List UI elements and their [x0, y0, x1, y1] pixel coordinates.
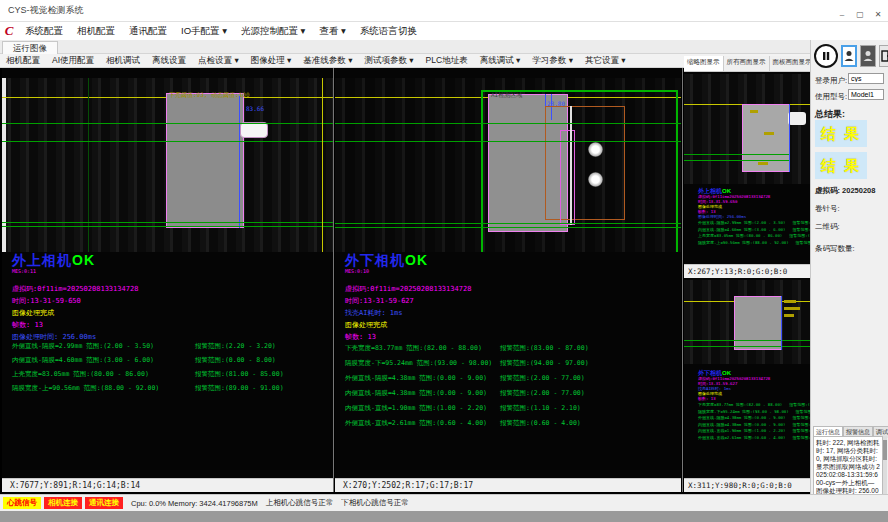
tool-plc-address[interactable]: PLC地址表: [420, 55, 474, 67]
menu-camera-config[interactable]: 相机配置: [70, 22, 122, 40]
measure-text: 外侧直线-隔膜=4.38mm 范围:(0.00 - 9.00): [698, 416, 785, 421]
process-time-text: 图像处理时间: 256.00ms: [12, 332, 96, 342]
model-input[interactable]: [848, 89, 884, 100]
alarm-range: 报警范围:(94.00 - 97.00): [500, 359, 589, 368]
measure-value-label: 83.66: [246, 105, 264, 112]
bottom-strip: [0, 511, 888, 522]
tab-run-image[interactable]: 运行图像: [2, 41, 58, 54]
small-view-1-coords: X:267;Y:13;R:0;G:0;B:0: [684, 264, 810, 278]
tab-panel-views[interactable]: 面板画面显示: [770, 56, 816, 71]
threshold-overlay-label: 下壳阈值:93, 动态阈值:100: [169, 91, 250, 100]
tool-learn-params[interactable]: 学习参数 ▾: [526, 55, 579, 67]
measure-text: 下壳宽度=83.77mm 范围:(82.00 - 88.00): [345, 344, 482, 352]
tool-camera-debug[interactable]: 相机调试: [100, 55, 146, 67]
tiny-label-mark: [750, 110, 758, 113]
menu-view[interactable]: 查看 ▾: [312, 22, 352, 40]
maximize-button[interactable]: ▢: [852, 8, 868, 21]
frame-count-text: 帧数: 13: [12, 320, 43, 330]
tool-spotcheck-settings[interactable]: 点检设置 ▾: [192, 55, 245, 67]
user-icon: [844, 50, 854, 62]
menu-light-config[interactable]: 光源控制配置 ▾: [234, 22, 312, 40]
tab-all-views[interactable]: 所有画面显示: [724, 56, 770, 71]
user-mode-button[interactable]: [841, 45, 857, 67]
camera-connect-badge: 相机连接: [44, 497, 82, 509]
small-view-2-coords: X:311;Y:980;R:0;G:0;B:0: [684, 478, 810, 492]
small-view-1-text: 外上相机OK 虚拟码:0f11im=20250208133134728 时间:1…: [698, 188, 823, 246]
tool-offline-debug[interactable]: 离线调试 ▾: [474, 55, 527, 67]
overlay-green-line: [335, 141, 681, 142]
measure-text: 外侧直线-直线=2.61mm 范围:(0.60 - 4.00): [345, 419, 487, 427]
measure-text: 下壳宽度=83.77mm 范围:(82.00 - 88.00): [698, 403, 782, 408]
view-divider: [682, 68, 683, 492]
measure-text: 隔膜宽度-下=95.24mm 范围:(93.00 - 98.00): [345, 359, 492, 367]
connector-object: [788, 112, 806, 125]
log-scrollbar[interactable]: [883, 436, 887, 498]
measure-text: 外侧直线-直线=2.61mm 范围:(0.60 - 4.00): [698, 435, 785, 440]
alarm-range: 报警范围:(1.10 - 2.10): [500, 404, 581, 413]
log-text: 耗时: 222, 网络检图耗时: 17, 网络分类耗时: 0, 网络抓取分区耗时…: [813, 436, 883, 498]
admin-mode-button[interactable]: [860, 45, 876, 67]
tool-ai-config[interactable]: AI使用配置: [46, 55, 100, 67]
overlay-green-line: [684, 160, 790, 161]
measurement-row: 外侧直线-隔膜=4.38mm 范围:(0.00 - 9.00): [345, 374, 487, 383]
overlay-green-line: [335, 123, 681, 124]
pause-button[interactable]: [814, 44, 838, 68]
small-view-2-image[interactable]: [684, 280, 810, 364]
exit-button[interactable]: [879, 45, 888, 67]
process-done-text: 图像处理完成: [345, 320, 387, 330]
measure-text: 隔膜宽度-下=95.24mm 范围:(93.00 - 98.00): [698, 409, 789, 414]
measurement-row: 上壳宽度=83.05mm 范围:(80.00 - 86.00): [12, 370, 149, 379]
measure-text: 上壳宽度=83.05mm 范围:(80.00 - 86.00): [12, 370, 149, 378]
model-label: 使用型号:: [815, 92, 847, 102]
virtual-code-value: 20250208: [842, 186, 875, 195]
alarm-range: 报警范围:(83.00 - 87.00): [500, 344, 589, 353]
window-controls: – ▢ ✕: [834, 8, 886, 21]
menu-language-switch[interactable]: 系统语言切换: [353, 22, 424, 40]
tiny-label-mark: [784, 307, 800, 310]
login-user-label: 登录用户:: [815, 76, 847, 86]
overlay-green-line: [2, 141, 333, 142]
reel-number-label: 卷针号:: [815, 204, 840, 214]
measurement-row: 隔膜宽度-上=90.56mm 范围:(88.00 - 92.00)报警范围:(8…: [698, 239, 823, 246]
camera-ok-text: OK: [405, 252, 428, 268]
frame-count-text: 帧数: 13: [345, 332, 376, 342]
tool-offline-settings[interactable]: 离线设置: [146, 55, 192, 67]
menu-system-config[interactable]: 系统配置: [18, 22, 70, 40]
alarm-range: 报警范围:(89.00 - 91.00): [195, 384, 284, 393]
left-camera-image[interactable]: 下壳阈值:93, 动态阈值:100 83.66: [2, 78, 333, 252]
tool-test-params[interactable]: 测试项参数 ▾: [358, 55, 419, 67]
result-box-lower: 结 果: [815, 152, 867, 179]
menu-bar: C 系统配置 相机配置 通讯配置 IO手配置 ▾ 光源控制配置 ▾ 查看 ▾ 系…: [0, 22, 888, 40]
minimize-button[interactable]: –: [834, 8, 850, 21]
small-view-2-text: 外下相机OK 虚拟码:0f11im=20250208133134728 时间:1…: [698, 370, 823, 441]
user-dark-icon: [863, 50, 873, 62]
tool-camera-config[interactable]: 相机配置: [0, 55, 46, 67]
right-camera-image[interactable]: AI检测区域 28.80: [335, 78, 681, 252]
measure-text: 外侧直线-隔膜=2.99mm 范围:(2.00 - 3.50): [698, 221, 785, 226]
small-view-1-image[interactable]: [684, 74, 810, 184]
alarm-range: 报警范围:(0.60 - 4.00): [500, 419, 581, 428]
tool-baseline-params[interactable]: 基准线参数 ▾: [297, 55, 358, 67]
menu-comm-config[interactable]: 通讯配置: [122, 22, 174, 40]
overlay-green-line: [2, 123, 333, 124]
measurement-row: 内侧直线-隔膜=4.38mm 范围:(0.00 - 9.00): [345, 389, 487, 398]
scrollbar-thumb[interactable]: [883, 440, 887, 460]
measurement-row: 隔膜宽度-下=95.24mm 范围:(93.00 - 98.00): [345, 359, 492, 368]
tiny-label-mark: [758, 162, 768, 165]
app-window: CYS-视觉检测系统 – ▢ ✕ C 系统配置 相机配置 通讯配置 IO手配置 …: [0, 0, 888, 522]
menu-io-config[interactable]: IO手配置 ▾: [174, 22, 234, 40]
measure-text: 隔膜宽度-上=90.56mm 范围:(88.00 - 92.00): [12, 384, 159, 392]
close-button[interactable]: ✕: [870, 8, 886, 21]
tab-thumbnail-view[interactable]: 缩略图显示: [684, 56, 724, 71]
alarm-range: 报警范围:(2.00 - 77.00): [500, 374, 585, 383]
small-panel-tabs: 缩略图显示 所有画面显示 面板画面显示: [684, 56, 810, 72]
mes-text: MES:0:11: [12, 268, 36, 274]
tool-image-processing[interactable]: 图像处理 ▾: [245, 55, 298, 67]
camera-ok-text: OK: [72, 252, 95, 268]
measurement-row: 内侧直线-隔膜=4.60mm 范围:(3.00 - 6.00): [12, 356, 154, 365]
tool-other-settings[interactable]: 其它设置 ▾: [579, 55, 632, 67]
alarm-range: 报警范围:(2.20 - 3.20): [195, 342, 276, 351]
measurement-row: 隔膜宽度-上=90.56mm 范围:(88.00 - 92.00): [12, 384, 159, 393]
login-user-input[interactable]: [848, 73, 884, 84]
overlay-blue-vline: [239, 96, 240, 228]
